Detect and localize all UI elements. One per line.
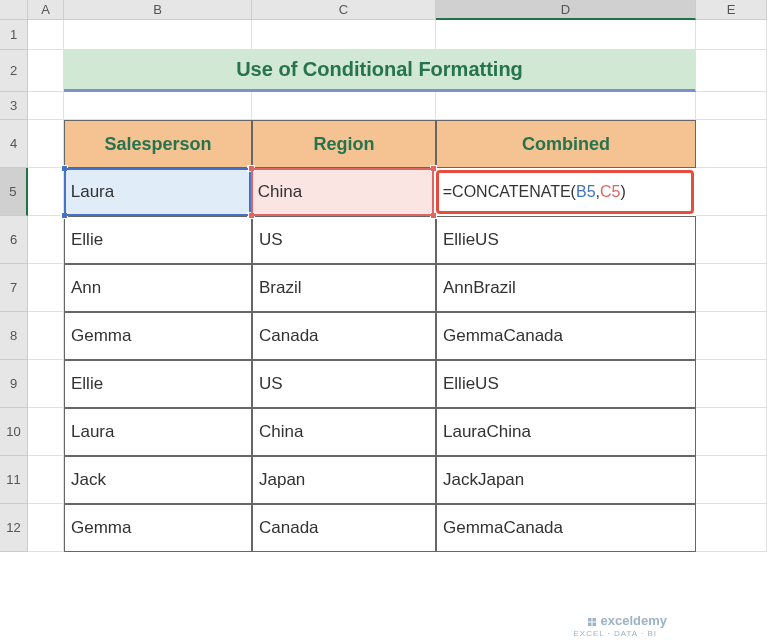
col-header-E[interactable]: E	[696, 0, 767, 20]
row-header-4[interactable]: 4	[0, 120, 28, 168]
col-header-D[interactable]: D	[436, 0, 696, 20]
cell-value: Laura	[71, 182, 114, 202]
cell-E5[interactable]	[696, 168, 767, 216]
cell-D7[interactable]: AnnBrazil	[436, 264, 696, 312]
row-header-3[interactable]: 3	[0, 92, 28, 120]
header-salesperson[interactable]: Salesperson	[64, 120, 252, 168]
cell-A4[interactable]	[28, 120, 64, 168]
cell-C7[interactable]: Brazil	[252, 264, 436, 312]
cell-A11[interactable]	[28, 456, 64, 504]
logo-icon	[586, 616, 598, 628]
cell-B10[interactable]: Laura	[64, 408, 252, 456]
cell-A7[interactable]	[28, 264, 64, 312]
cell-B8[interactable]: Gemma	[64, 312, 252, 360]
cell-E12[interactable]	[696, 504, 767, 552]
cell-D5-formula[interactable]: =CONCATENATE(B5,C5)	[436, 170, 695, 214]
cell-D12[interactable]: GemmaCanada	[436, 504, 696, 552]
cell-A2[interactable]	[28, 50, 64, 92]
cell-D1[interactable]	[436, 20, 696, 50]
cell-E7[interactable]	[696, 264, 767, 312]
cell-B7[interactable]: Ann	[64, 264, 252, 312]
column-headers: A B C D E	[0, 0, 767, 20]
cell-A8[interactable]	[28, 312, 64, 360]
selection-handle-icon	[430, 212, 437, 219]
cell-B1[interactable]	[64, 20, 252, 50]
cell-value: China	[258, 182, 302, 202]
cell-C5[interactable]: China	[251, 168, 434, 216]
formula-text: =CONCATENATE(B5,C5)	[443, 183, 626, 201]
cell-C8[interactable]: Canada	[252, 312, 436, 360]
row-header-10[interactable]: 10	[0, 408, 28, 456]
cell-B6[interactable]: Ellie	[64, 216, 252, 264]
row-header-9[interactable]: 9	[0, 360, 28, 408]
cell-A3[interactable]	[28, 92, 64, 120]
cell-B11[interactable]: Jack	[64, 456, 252, 504]
cell-A5[interactable]	[28, 168, 64, 216]
cell-B5[interactable]: Laura	[64, 168, 251, 216]
selection-handle-icon	[61, 212, 68, 219]
cell-C6[interactable]: US	[252, 216, 436, 264]
row-header-12[interactable]: 12	[0, 504, 28, 552]
cell-E8[interactable]	[696, 312, 767, 360]
spreadsheet-grid: A B C D E 1 2 Use of Conditional Formatt…	[0, 0, 767, 640]
cell-E1[interactable]	[696, 20, 767, 50]
row-header-2[interactable]: 2	[0, 50, 28, 92]
cell-A12[interactable]	[28, 504, 64, 552]
watermark-tagline: EXCEL · DATA · BI	[573, 629, 657, 638]
cell-E4[interactable]	[696, 120, 767, 168]
cell-C1[interactable]	[252, 20, 436, 50]
cell-D3[interactable]	[436, 92, 696, 120]
cell-A10[interactable]	[28, 408, 64, 456]
cell-D9[interactable]: EllieUS	[436, 360, 696, 408]
cell-C10[interactable]: China	[252, 408, 436, 456]
watermark-brand: exceldemy	[586, 613, 668, 628]
selection-handle-icon	[61, 165, 68, 172]
selection-handle-icon	[248, 165, 255, 172]
cell-E2[interactable]	[696, 50, 767, 92]
cell-C11[interactable]: Japan	[252, 456, 436, 504]
cell-B9[interactable]: Ellie	[64, 360, 252, 408]
cell-A6[interactable]	[28, 216, 64, 264]
row-header-6[interactable]: 6	[0, 216, 28, 264]
cell-C3[interactable]	[252, 92, 436, 120]
title-cell[interactable]: Use of Conditional Formatting	[64, 50, 696, 92]
row-header-7[interactable]: 7	[0, 264, 28, 312]
col-header-A[interactable]: A	[28, 0, 64, 20]
row-header-8[interactable]: 8	[0, 312, 28, 360]
cell-C12[interactable]: Canada	[252, 504, 436, 552]
cell-D10[interactable]: LauraChina	[436, 408, 696, 456]
row-header-5[interactable]: 5	[0, 168, 28, 216]
cell-D6[interactable]: EllieUS	[436, 216, 696, 264]
cell-C9[interactable]: US	[252, 360, 436, 408]
select-all-corner[interactable]	[0, 0, 28, 20]
cell-E11[interactable]	[696, 456, 767, 504]
row-header-1[interactable]: 1	[0, 20, 28, 50]
cell-D8[interactable]: GemmaCanada	[436, 312, 696, 360]
cell-D11[interactable]: JackJapan	[436, 456, 696, 504]
col-header-C[interactable]: C	[252, 0, 436, 20]
col-header-B[interactable]: B	[64, 0, 252, 20]
cell-A9[interactable]	[28, 360, 64, 408]
cell-E3[interactable]	[696, 92, 767, 120]
row-header-11[interactable]: 11	[0, 456, 28, 504]
cell-A1[interactable]	[28, 20, 64, 50]
cell-E6[interactable]	[696, 216, 767, 264]
selection-handle-icon	[248, 212, 255, 219]
header-region[interactable]: Region	[252, 120, 436, 168]
cell-B12[interactable]: Gemma	[64, 504, 252, 552]
header-combined[interactable]: Combined	[436, 120, 696, 168]
cell-B3[interactable]	[64, 92, 252, 120]
cell-E9[interactable]	[696, 360, 767, 408]
cell-E10[interactable]	[696, 408, 767, 456]
